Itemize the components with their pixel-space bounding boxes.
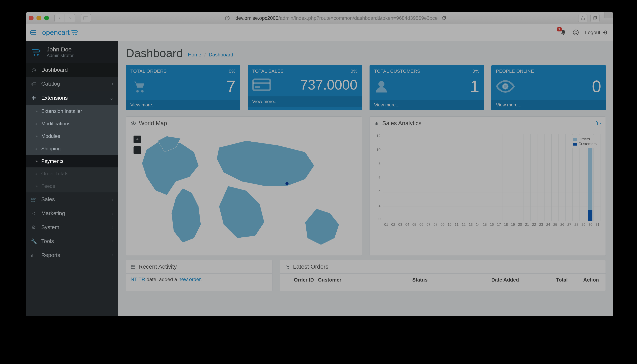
url-text[interactable]: dev.omise.opc2000/admin/index.php?route=… (236, 15, 438, 21)
minimize-window-button[interactable] (36, 16, 41, 20)
reader-mode-icon[interactable] (223, 14, 232, 22)
svg-rect-32 (376, 122, 377, 125)
svg-point-28 (503, 84, 508, 89)
world-map[interactable] (130, 134, 357, 252)
back-button[interactable]: ‹ (54, 14, 65, 22)
tile-people-online: PEOPLE ONLINE 0 View more... (492, 65, 606, 110)
help-button[interactable] (573, 29, 579, 36)
extensions-submenu-tail: »Order Totals »Feeds (26, 168, 118, 192)
tile-online-more[interactable]: View more... (492, 100, 606, 110)
menu-toggle-button[interactable] (29, 28, 38, 37)
sidebar-item-system[interactable]: ⚙ System› (26, 220, 118, 234)
subnav-shipping[interactable]: »Shipping (26, 142, 118, 155)
svg-rect-19 (31, 255, 32, 257)
maximize-window-button[interactable] (44, 16, 49, 20)
breadcrumb: Home / Dashboard (188, 52, 233, 60)
chart-legend: Orders Customers (571, 135, 599, 148)
svg-point-22 (136, 90, 139, 93)
breadcrumb-current[interactable]: Dashboard (209, 52, 233, 58)
share-button[interactable] (578, 14, 588, 22)
svg-point-30 (286, 182, 288, 185)
panel-analytics-title: Sales Analytics (382, 120, 422, 126)
svg-point-17 (34, 54, 36, 56)
app-header: opencart 1 Logout (26, 24, 613, 41)
svg-rect-20 (32, 254, 33, 257)
stat-tiles: TOTAL ORDERS0% 7 View more... TOTAL SALE… (118, 61, 613, 112)
reports-icon (31, 253, 37, 258)
analytics-range-button[interactable]: ▾ (593, 121, 601, 126)
svg-point-42 (287, 268, 288, 269)
panel-world-map: World Map + − (126, 116, 362, 256)
svg-point-12 (73, 34, 74, 35)
activity-order-link[interactable]: new order (178, 276, 200, 282)
user-name: John Doe (47, 46, 74, 53)
opencart-logo[interactable]: opencart (42, 28, 79, 36)
tile-orders-more[interactable]: View more... (126, 100, 240, 110)
svg-rect-31 (375, 123, 375, 125)
svg-rect-21 (34, 255, 34, 257)
svg-rect-0 (84, 16, 88, 20)
reload-button[interactable] (442, 16, 446, 20)
user-role: Administrator (47, 53, 74, 58)
subnav-modifications[interactable]: »Modifications (26, 118, 118, 130)
browser-window: ‹ › dev.omise.opc2000/admin/index.php?ro… (26, 12, 613, 316)
activity-user-link[interactable]: NT TR (130, 276, 145, 282)
sidebar-item-dashboard[interactable]: ◷ Dashboard (26, 63, 118, 77)
tile-customers-more[interactable]: View more... (370, 100, 484, 110)
tile-sales-more[interactable]: View more... (248, 96, 362, 107)
logout-button[interactable]: Logout (585, 30, 607, 36)
sidebar-item-tools[interactable]: 🔧 Tools› (26, 234, 118, 248)
forward-button[interactable]: › (65, 14, 75, 22)
browser-toolbar: ‹ › dev.omise.opc2000/admin/index.php?ro… (26, 12, 613, 24)
svg-rect-38 (131, 265, 135, 269)
svg-rect-24 (253, 79, 270, 90)
subnav-order-totals[interactable]: »Order Totals (26, 168, 118, 180)
subnav-feeds[interactable]: »Feeds (26, 180, 118, 192)
chevron-right-icon: › (112, 81, 113, 87)
close-window-button[interactable] (29, 16, 34, 20)
eye-icon (496, 80, 515, 93)
breadcrumb-home[interactable]: Home (188, 52, 201, 58)
user-icon (374, 79, 389, 94)
sidebar-item-marketing[interactable]: < Marketing› (26, 206, 118, 220)
marketing-icon: < (31, 210, 37, 216)
chart-icon (374, 121, 379, 126)
card-icon (252, 78, 271, 92)
extensions-icon: ✚ (31, 95, 37, 101)
map-zoom-in-button[interactable]: + (134, 136, 141, 143)
sidebar-item-catalog[interactable]: 🏷 Catalog › (26, 77, 118, 91)
notifications-button[interactable]: 1 (560, 29, 566, 36)
subnav-payments[interactable]: »Payments (26, 155, 118, 168)
panel-latest-orders: Latest Orders Order ID Customer Status D… (280, 260, 606, 291)
cart-small-icon (285, 264, 290, 269)
map-zoom-out-button[interactable]: − (134, 146, 141, 154)
panel-map-title: World Map (139, 120, 167, 126)
svg-point-4 (227, 19, 227, 19)
tile-total-sales: TOTAL SALES0% 737.0000 View more... (248, 65, 362, 110)
sidebar-item-sales[interactable]: 🛒 Sales› (26, 192, 118, 206)
chevron-down-icon: ⌄ (110, 95, 113, 101)
tile-total-orders: TOTAL ORDERS0% 7 View more... (126, 65, 240, 110)
sidebar-toggle-button[interactable] (80, 14, 91, 22)
sidebar-item-extensions[interactable]: ✚ Extensions ⌄ (26, 91, 118, 105)
svg-point-15 (574, 31, 577, 34)
panel-sales-analytics: Sales Analytics ▾ 121086420 010203040506… (370, 116, 606, 256)
tabs-button[interactable] (590, 14, 600, 22)
svg-point-23 (141, 90, 144, 93)
address-bar: dev.omise.opc2000/admin/index.php?route=… (95, 14, 574, 22)
sidebar-item-reports[interactable]: Reports› (26, 248, 118, 262)
svg-rect-34 (594, 122, 598, 125)
new-tab-button[interactable]: + (604, 12, 613, 18)
sidebar: John Doe Administrator ◷ Dashboard 🏷 Cat… (26, 41, 118, 316)
analytics-chart: 121086420 010203040506070809101112131415… (374, 134, 601, 227)
sidebar-user: John Doe Administrator (26, 41, 118, 63)
content-area: Dashboard Home / Dashboard TOTAL ORDERS0… (118, 41, 613, 316)
svg-point-27 (378, 81, 384, 87)
window-controls (29, 16, 49, 20)
subnav-modules[interactable]: »Modules (26, 130, 118, 142)
extensions-submenu: »Extension Installer »Modifications »Mod… (26, 105, 118, 168)
cart-icon (71, 29, 79, 36)
user-cart-icon (31, 48, 42, 56)
catalog-icon: 🏷 (31, 81, 37, 87)
subnav-extension-installer[interactable]: »Extension Installer (26, 105, 118, 118)
